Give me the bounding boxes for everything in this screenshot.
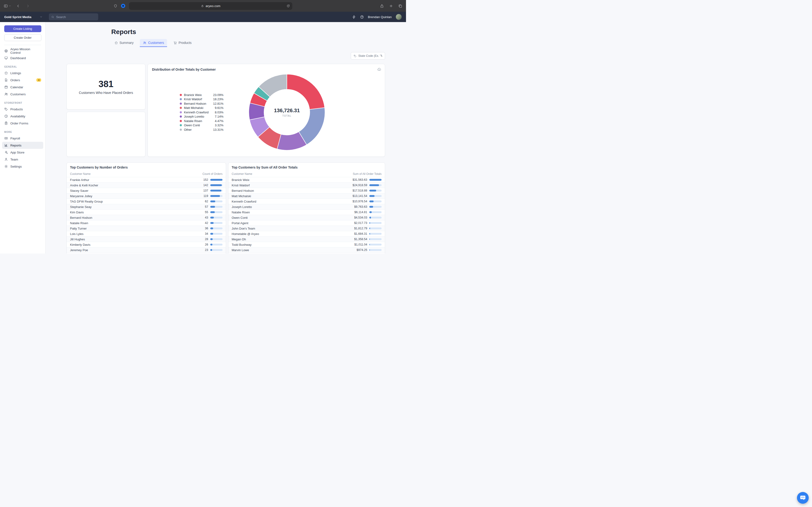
sidebar-nav: Aryeo Mission ControlDashboardGENERALLis… xyxy=(0,47,45,170)
table-row: John Doe's Team$1,812.79 xyxy=(229,226,385,231)
sidebar-item-listings[interactable]: Listings xyxy=(2,69,43,76)
sidebar-item-customers[interactable]: Customers xyxy=(2,91,43,98)
create-order-button[interactable]: Create Order xyxy=(4,34,41,41)
quick-actions-icon[interactable] xyxy=(352,15,356,19)
sidebar-item-products[interactable]: Products xyxy=(2,106,43,113)
empty-card xyxy=(66,112,145,157)
browser-back-button[interactable] xyxy=(16,4,20,8)
legend-item[interactable]: Other13.31% xyxy=(180,128,223,131)
value-bar xyxy=(210,217,222,219)
legend-percent: 23.09% xyxy=(213,93,223,97)
customer-name: Owen Conti xyxy=(232,216,354,219)
legend-item[interactable]: Kenneth Crawford8.03% xyxy=(180,111,223,114)
state-code-filter[interactable] xyxy=(351,52,385,60)
share-icon[interactable] xyxy=(380,4,384,8)
legend-percent: 12.81% xyxy=(213,102,223,105)
tab-summary[interactable]: Summary xyxy=(111,39,137,47)
browser-sidebar-toggle-icon[interactable] xyxy=(4,4,8,8)
value-bar xyxy=(210,179,222,181)
sidebar-item-team[interactable]: Team xyxy=(2,156,43,163)
chevron-down-icon[interactable] xyxy=(9,5,11,7)
value-bar xyxy=(369,211,382,213)
legend-item[interactable]: Branick Weix23.09% xyxy=(180,93,223,97)
extension-icon[interactable] xyxy=(121,4,125,8)
legend-percent: 18.23% xyxy=(213,97,223,101)
customer-name: Branick Weix xyxy=(232,178,352,182)
sidebar-item-availability[interactable]: Availability xyxy=(2,113,43,120)
customer-value: 23 xyxy=(205,248,208,251)
customer-name: Stephanie Seay xyxy=(70,205,205,209)
customer-value: 34 xyxy=(205,232,208,235)
customer-name: Lois Lyles xyxy=(70,232,205,236)
tab-label: Products xyxy=(179,41,192,45)
sidebar-item-dashboard[interactable]: Dashboard xyxy=(2,54,43,61)
state-code-input[interactable] xyxy=(358,54,382,58)
sidebar-item-app-store[interactable]: App Store xyxy=(2,149,43,156)
avatar[interactable] xyxy=(396,14,402,20)
legend-item[interactable]: Bernard Hodson12.81% xyxy=(180,102,223,105)
legend-item[interactable]: Owen Conti3.32% xyxy=(180,123,223,127)
sidebar-item-label: Team xyxy=(10,158,18,161)
customer-name: Natalie Risen xyxy=(232,211,354,214)
sidebar-item-reports[interactable]: Reports xyxy=(2,142,43,149)
tab-customers[interactable]: Customers xyxy=(140,39,167,47)
column-header-count-of-orders[interactable]: Count of Orders xyxy=(203,172,222,176)
address-bar[interactable]: aryeo.com xyxy=(129,2,292,10)
customer-value: $31,563.63 xyxy=(352,178,367,181)
column-header-customer-name[interactable]: Customer Name xyxy=(70,172,203,176)
global-search[interactable] xyxy=(49,13,98,20)
sidebar-item-label: Customers xyxy=(10,93,26,96)
sidebar-item-orders[interactable]: Orders4 xyxy=(2,76,43,83)
browser-forward-button[interactable] xyxy=(26,4,30,8)
column-header-customer-name[interactable]: Customer Name xyxy=(232,172,353,176)
customer-name: Marvin Lowe xyxy=(232,248,357,252)
legend-item[interactable]: Matt Michalski9.61% xyxy=(180,106,223,110)
table-row: Natalie Risen42 xyxy=(67,220,226,226)
customer-name: John Doe's Team xyxy=(232,227,354,230)
new-tab-icon[interactable] xyxy=(389,4,393,8)
table-row: Megan Oh$1,358.54 xyxy=(229,236,385,242)
sidebar-item-payroll[interactable]: Payroll xyxy=(2,135,43,142)
value-bar xyxy=(369,222,382,224)
top-customers-by-orders-card: Top Customers by Number of Orders Custom… xyxy=(66,162,226,253)
tab-overview-icon[interactable] xyxy=(398,4,402,8)
sidebar-item-aryeo-mission-control[interactable]: Aryeo Mission Control xyxy=(2,47,43,54)
search-input[interactable] xyxy=(56,15,98,19)
sidebar-item-label: Order Forms xyxy=(10,122,29,125)
legend-item[interactable]: Natalie Risen4.47% xyxy=(180,119,223,123)
download-chart-icon[interactable] xyxy=(377,67,381,71)
sidebar-item-label: Reports xyxy=(10,144,21,147)
value-bar xyxy=(210,206,222,208)
value-bar xyxy=(369,249,382,251)
value-bar xyxy=(369,227,382,229)
table-row: Stephanie Seay57 xyxy=(67,204,226,209)
sidebar-item-order-forms[interactable]: Order Forms xyxy=(2,120,43,127)
sidebar-item-label: Dashboard xyxy=(10,56,26,60)
value-bar xyxy=(369,195,382,197)
table-row: Kimberly Davis26 xyxy=(67,242,226,247)
table-row: Kenneth Crawford$10,976.54 xyxy=(229,199,385,204)
org-switcher[interactable]: Gold Sprint Media xyxy=(0,15,46,19)
sidebar-item-settings[interactable]: Settings xyxy=(2,163,43,170)
legend-name: Branick Weix xyxy=(184,93,213,97)
legend-name: Natalie Risen xyxy=(184,119,215,123)
legend-color-dot xyxy=(180,115,182,118)
value-bar xyxy=(210,184,222,186)
legend-color-dot xyxy=(180,124,182,126)
customer-value: $1,684.31 xyxy=(354,232,367,235)
tab-products[interactable]: Products xyxy=(170,39,195,47)
donut-slice-branick-weix[interactable] xyxy=(287,74,325,109)
help-icon[interactable] xyxy=(360,15,364,19)
customer-value: $10,976.54 xyxy=(352,200,367,203)
sidebar-item-label: Payroll xyxy=(10,136,20,140)
legend-item[interactable]: Joseph Loretto7.14% xyxy=(180,115,223,118)
legend-item[interactable]: Kristi Waldorf18.23% xyxy=(180,97,223,101)
customer-value: $4,534.03 xyxy=(354,216,367,219)
sidebar-item-calendar[interactable]: Calendar xyxy=(2,83,43,91)
legend-color-dot xyxy=(180,103,182,105)
create-listing-button[interactable]: Create Listing xyxy=(4,25,41,32)
column-header-sum-of-totals[interactable]: Sum of All Order Totals xyxy=(353,172,382,176)
privacy-shield-icon[interactable] xyxy=(114,4,117,8)
refresh-icon[interactable] xyxy=(287,4,290,8)
table-row: Jill Hughes28 xyxy=(67,236,226,242)
